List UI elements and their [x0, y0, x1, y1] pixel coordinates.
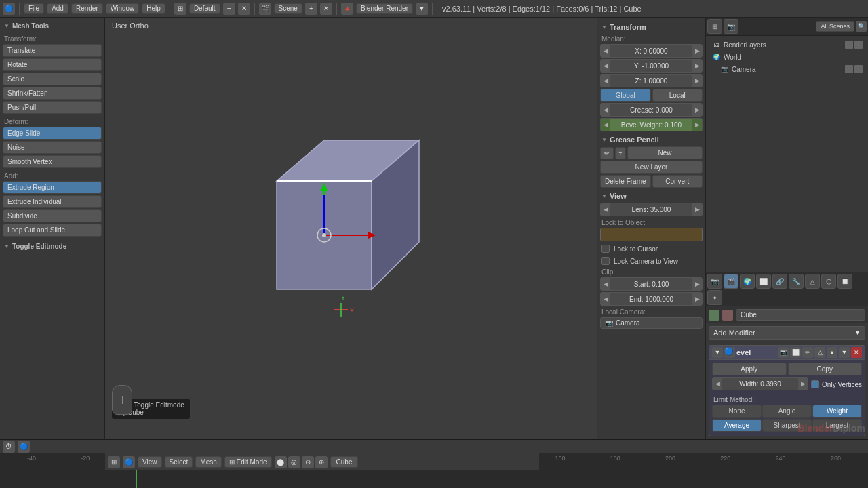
y-right-arrow[interactable]: ▶ — [692, 60, 702, 72]
subdivide-btn[interactable]: Subdivide — [3, 209, 102, 222]
weight-btn[interactable]: Weight — [812, 405, 862, 418]
lens-field[interactable]: ◀ Lens: 35.000 ▶ — [600, 203, 703, 216]
tab-particles[interactable]: ✦ — [707, 290, 722, 305]
mod-delete-icon[interactable]: ✕ — [851, 347, 862, 358]
bevel-field[interactable]: ◀ Bevel Weight: 0.100 ▶ — [600, 118, 703, 131]
copy-btn[interactable]: Copy — [788, 363, 863, 375]
menu-window[interactable]: Window — [106, 3, 140, 14]
tab-material[interactable]: ⬡ — [821, 274, 836, 289]
x-field[interactable]: ◀ X: 0.00000 ▶ — [600, 44, 703, 58]
crease-field[interactable]: ◀ Crease: 0.000 ▶ — [600, 103, 703, 117]
clip-start-right[interactable]: ▶ — [692, 278, 702, 290]
pencil-add-btn[interactable]: + — [615, 147, 626, 159]
z-right-arrow[interactable]: ▶ — [692, 75, 702, 87]
vp-icon[interactable]: ⊞ — [108, 456, 120, 468]
tab-scene[interactable]: 🎬 — [724, 274, 738, 289]
mode-selector[interactable]: ⊞ Edit Mode — [224, 456, 272, 468]
translate-btn[interactable]: Translate — [3, 44, 102, 57]
extrude-individual-btn[interactable]: Extrude Individual — [3, 195, 102, 208]
tab-data[interactable]: △ — [805, 274, 820, 289]
none-btn[interactable]: None — [712, 405, 762, 418]
vp-view-btn[interactable]: View — [138, 456, 162, 468]
scene-icon[interactable]: 🎬 — [259, 3, 271, 15]
clip-end-left[interactable]: ◀ — [601, 293, 610, 305]
smoothvertex-btn[interactable]: Smooth Vertex — [3, 155, 102, 168]
scale-btn[interactable]: Scale — [3, 73, 102, 85]
y-left-arrow[interactable]: ◀ — [601, 60, 610, 72]
tree-item-world[interactable]: 🌍 World — [709, 51, 865, 63]
clip-start-left[interactable]: ◀ — [601, 278, 610, 290]
apply-btn[interactable]: Apply — [712, 363, 787, 375]
clip-start-field[interactable]: ◀ Start: 0.100 ▶ — [600, 277, 703, 291]
scene-selector[interactable]: Scene — [274, 3, 302, 14]
vp-tool4[interactable]: ⊕ — [315, 456, 328, 468]
global-btn[interactable]: Global — [600, 89, 651, 102]
largest-btn[interactable]: Largest — [812, 419, 862, 432]
crease-right-arrow[interactable]: ▶ — [692, 104, 702, 116]
vp-tool2[interactable]: ◎ — [288, 456, 300, 468]
renderlayers-btn1[interactable] — [845, 41, 853, 49]
cube-selector[interactable]: Cube — [736, 309, 865, 321]
x-right-arrow[interactable]: ▶ — [692, 45, 702, 57]
vp-tool3[interactable]: ⊙ — [302, 456, 314, 468]
mod-edit-icon[interactable]: ✏ — [802, 347, 813, 358]
rotate-btn[interactable]: Rotate — [3, 58, 102, 71]
renderlayers-btn2[interactable] — [854, 41, 863, 49]
tab-constraints[interactable]: 🔗 — [772, 274, 787, 289]
camera-render-btn[interactable] — [854, 65, 863, 73]
lens-right[interactable]: ▶ — [692, 203, 702, 216]
blender-icon[interactable]: 🔵 — [3, 3, 15, 15]
clip-end-right[interactable]: ▶ — [692, 293, 702, 305]
engine-arrow-icon[interactable]: ▼ — [416, 3, 428, 15]
viewport[interactable]: User Ortho — [105, 18, 597, 439]
vp-select-btn[interactable]: Select — [165, 456, 193, 468]
mod-render-icon[interactable]: ⬜ — [790, 347, 801, 358]
menu-add[interactable]: Add — [47, 3, 68, 14]
engine-icon[interactable]: 🔺 — [341, 3, 353, 15]
pencil-icon-btn[interactable]: ✏ — [600, 147, 614, 159]
scene-close-icon[interactable]: ✕ — [320, 3, 332, 15]
all-scenes-btn[interactable]: All Scenes — [816, 21, 854, 32]
sharpest-btn[interactable]: Sharpest — [762, 419, 812, 432]
menu-help[interactable]: Help — [142, 3, 165, 14]
tree-item-camera[interactable]: 📷 Camera — [709, 63, 865, 75]
y-field[interactable]: ◀ Y: -1.00000 ▶ — [600, 59, 703, 73]
new-grease-btn[interactable]: New — [627, 146, 703, 159]
shrink-btn[interactable]: Shrink/Fatten — [3, 87, 102, 100]
tab-texture[interactable]: 🔲 — [837, 274, 852, 289]
tab-modifiers[interactable]: 🔧 — [789, 274, 804, 289]
vp-sync-icon[interactable]: 🔵 — [123, 456, 135, 468]
props-tab-render[interactable]: 📷 — [724, 19, 738, 34]
tab-object[interactable]: ⬜ — [756, 274, 771, 289]
x-left-arrow[interactable]: ◀ — [601, 45, 610, 57]
new-layer-btn[interactable]: New Layer — [600, 161, 703, 174]
noise-btn[interactable]: Noise — [3, 141, 102, 154]
mod-icon1[interactable]: 🔵 — [724, 347, 735, 358]
extrude-region-btn[interactable]: Extrude Region — [3, 181, 102, 194]
width-field[interactable]: ◀ Width: 0.3930 ▶ — [712, 377, 808, 390]
lock-cursor-check[interactable] — [601, 245, 610, 253]
width-left[interactable]: ◀ — [713, 378, 722, 390]
edgeslide-btn[interactable]: Edge Slide — [3, 127, 102, 140]
object-name-selector[interactable]: Cube — [330, 456, 359, 468]
average-btn[interactable]: Average — [712, 419, 762, 432]
delete-frame-btn[interactable]: Delete Frame — [600, 175, 651, 188]
only-vertices-check[interactable] — [811, 380, 819, 388]
angle-btn[interactable]: Angle — [762, 405, 812, 418]
vp-mesh-btn[interactable]: Mesh — [195, 456, 221, 468]
tab-render[interactable]: 📷 — [707, 274, 722, 289]
timeline-sync-icon[interactable]: 🔵 — [18, 441, 30, 453]
mod-expand-icon[interactable]: ▼ — [712, 347, 723, 358]
loopcut-btn[interactable]: Loop Cut and Slide — [3, 224, 102, 237]
timeline-type-icon[interactable]: ⏱ — [3, 441, 15, 453]
layout-close-icon[interactable]: ✕ — [238, 3, 250, 15]
camera-field[interactable]: 📷 Camera — [600, 317, 703, 329]
bevel-right-arrow[interactable]: ▶ — [692, 119, 702, 131]
tab-world[interactable]: 🌍 — [740, 274, 755, 289]
z-left-arrow[interactable]: ◀ — [601, 75, 610, 87]
tree-item-renderlayers[interactable]: 🗂 RenderLayers — [709, 39, 865, 51]
vp-tool1[interactable]: ⬤ — [275, 456, 287, 468]
z-field[interactable]: ◀ Z: 1.00000 ▶ — [600, 74, 703, 87]
clip-end-field[interactable]: ◀ End: 1000.000 ▶ — [600, 292, 703, 306]
layout-add-icon[interactable]: + — [223, 3, 235, 15]
